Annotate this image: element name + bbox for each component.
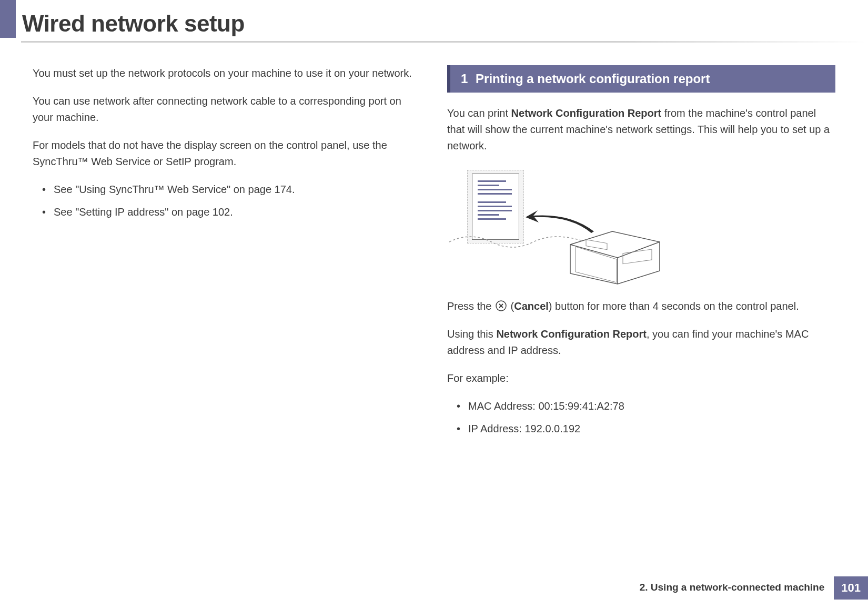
paragraph-intro-3: For models that do not have the display … — [33, 137, 421, 170]
list-item: MAC Address: 00:15:99:41:A2:78 — [457, 398, 835, 414]
text-fragment: Press the — [447, 300, 494, 312]
text-fragment: ) button for more than 4 seconds on the … — [549, 300, 799, 312]
section-heading: 1 Printing a network configuration repor… — [447, 65, 835, 93]
example-label: For example: — [447, 370, 835, 387]
title-underline — [21, 41, 868, 43]
section-title: Printing a network configuration report — [476, 72, 710, 86]
page-title: Wired network setup — [22, 11, 868, 37]
paragraph-intro-2: You can use network after connecting net… — [33, 93, 421, 126]
example-list: MAC Address: 00:15:99:41:A2:78 IP Addres… — [447, 398, 835, 437]
header: Wired network setup — [0, 0, 868, 50]
section-number: 1 — [461, 72, 468, 86]
chapter-label: 2. Using a network-connected machine — [630, 576, 834, 600]
content-area: You must set up the network protocols on… — [0, 50, 868, 443]
cancel-button-icon — [496, 300, 507, 311]
text-bold: Network Configuration Report — [496, 328, 647, 340]
paragraph-using-report: Using this Network Configuration Report,… — [447, 326, 835, 359]
text-fragment: Using this — [447, 328, 496, 340]
page-footer: 2. Using a network-connected machine 101 — [630, 576, 868, 600]
title-accent — [0, 0, 16, 38]
printer-icon — [554, 213, 665, 287]
text-fragment: You can print — [447, 107, 511, 119]
text-bold: Cancel — [514, 300, 549, 312]
printer-illustration — [449, 166, 670, 287]
list-item: IP Address: 192.0.0.192 — [457, 421, 835, 437]
list-item: See "Setting IP address" on page 102. — [42, 204, 421, 220]
see-also-list: See "Using SyncThru™ Web Service" on pag… — [33, 181, 421, 220]
paragraph-intro-1: You must set up the network protocols on… — [33, 65, 421, 82]
left-column: You must set up the network protocols on… — [33, 65, 421, 443]
paragraph-press-cancel: Press the (Cancel) button for more than … — [447, 298, 835, 314]
list-item: See "Using SyncThru™ Web Service" on pag… — [42, 181, 421, 198]
page-number: 101 — [834, 576, 868, 600]
paragraph-report-intro: You can print Network Configuration Repo… — [447, 105, 835, 154]
text-bold: Network Configuration Report — [511, 107, 662, 119]
right-column: 1 Printing a network configuration repor… — [447, 65, 835, 443]
